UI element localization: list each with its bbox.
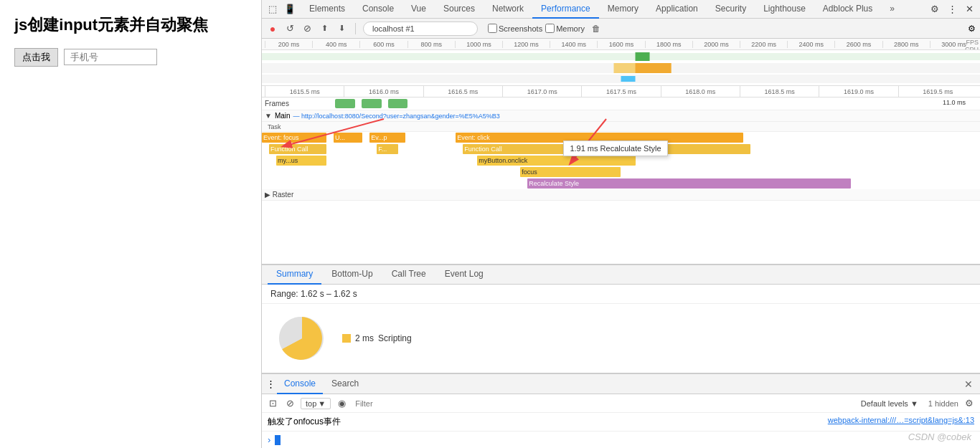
frames-row: Frames 11.0 ms: [262, 97, 980, 110]
download-icon[interactable]: ⬇: [335, 22, 348, 35]
detail-tick-2: 1616.5 ms: [423, 86, 502, 97]
inspect-icon[interactable]: ⬚: [265, 1, 281, 17]
frames-label: Frames: [265, 100, 322, 108]
tab-more[interactable]: »: [881, 0, 903, 19]
mybtn-onclick-block[interactable]: myButton.onclick: [477, 156, 635, 166]
detail-tick-0: 1615.5 ms: [265, 86, 344, 97]
ruler-tick-2800: 2800 ms: [882, 41, 930, 48]
device-icon[interactable]: 📱: [282, 1, 298, 17]
ruler-tick-800: 800 ms: [407, 41, 455, 48]
console-cursor[interactable]: [275, 435, 281, 445]
func-call-1-block[interactable]: Function Call: [269, 144, 326, 154]
timeline-ruler: 200 ms 400 ms 600 ms 800 ms 1000 ms 1200…: [262, 39, 980, 50]
console-prompt: ›: [262, 432, 980, 448]
more-icon[interactable]: ⋮: [944, 1, 960, 17]
ruler-tick-2000: 2000 ms: [692, 41, 740, 48]
console-eye-icon[interactable]: ◉: [335, 397, 348, 410]
myus-block[interactable]: my...us: [276, 156, 326, 166]
hidden-count: 1 hidden: [928, 399, 958, 408]
net-bar: [262, 75, 980, 83]
cpu-bar: [262, 63, 980, 73]
refresh-record-icon[interactable]: ↺: [283, 22, 296, 35]
screenshots-checkbox-group: Screenshots Memory: [488, 24, 585, 33]
legend-dot-scripting: [342, 334, 351, 343]
main-label: Main: [275, 112, 291, 120]
console-tabbar: ⋮ Console Search ✕: [262, 374, 980, 394]
tab-memory[interactable]: Memory: [599, 0, 647, 19]
svg-rect-1: [636, 52, 650, 61]
watermark: CSDN @cobek: [908, 432, 971, 442]
console-log-source[interactable]: webpack-internal:///…=script&lang=js&:13: [828, 416, 974, 424]
click-me-button[interactable]: 点击我: [14, 48, 58, 67]
tab-summary[interactable]: Summary: [268, 264, 321, 285]
tab-application[interactable]: Application: [647, 0, 707, 19]
ruler-tick-1600: 1600 ms: [597, 41, 644, 48]
tab-vue[interactable]: Vue: [402, 0, 435, 19]
ruler-tick-2400: 2400 ms: [787, 41, 834, 48]
stop-icon[interactable]: ⊘: [301, 22, 314, 35]
ruler-tick-200: 200 ms: [265, 41, 312, 48]
tab-console[interactable]: Console: [354, 0, 402, 19]
screenshots-checkbox[interactable]: [488, 24, 497, 33]
console-close-btn[interactable]: ✕: [961, 377, 976, 391]
event-evp-block[interactable]: Ev...p: [369, 133, 405, 143]
frame-ms-badge: 11.0 ms: [943, 99, 966, 106]
tab-security[interactable]: Security: [707, 0, 755, 19]
timeline-detail-row: 1615.5 ms 1616.0 ms 1616.5 ms 1617.0 ms …: [262, 86, 980, 97]
console-section: ⋮ Console Search ✕ ⊡ ⊘ top ▼ ◉ Default l…: [262, 373, 980, 448]
main-thread-row: ▼ Main — http://localhost:8080/Second?us…: [262, 110, 980, 122]
console-block-icon[interactable]: ⊘: [283, 397, 296, 410]
svg-rect-4: [636, 63, 672, 73]
event-u-block[interactable]: U...: [334, 133, 362, 143]
pie-label: Scripting: [378, 333, 412, 343]
btn-row: 点击我: [14, 48, 247, 67]
toolbar-settings-icon[interactable]: ⚙: [968, 24, 976, 34]
tab-sources[interactable]: Sources: [435, 0, 484, 19]
detail-tick-3: 1617.0 ms: [502, 86, 581, 97]
raster-label[interactable]: ▶ Raster: [265, 191, 293, 199]
record-icon[interactable]: ●: [266, 22, 279, 35]
clear-icon[interactable]: 🗑: [592, 24, 600, 34]
console-toolbar: ⊡ ⊘ top ▼ ◉ Default levels ▼ 1 hidden ⚙: [262, 394, 980, 413]
console-clear-icon[interactable]: ⊡: [266, 397, 279, 410]
ruler-tick-2600: 2600 ms: [834, 41, 882, 48]
devtools-tabbar: ⬚ 📱 Elements Console Vue Sources Network…: [262, 0, 980, 19]
console-filter-input[interactable]: [352, 398, 857, 409]
phone-input[interactable]: [64, 49, 157, 65]
event-focus-block[interactable]: Event: focus: [262, 133, 326, 143]
detail-tick-4: 1617.5 ms: [581, 86, 660, 97]
tab-eventlog[interactable]: Event Log: [436, 264, 492, 285]
raster-row: ▶ Raster: [262, 189, 980, 201]
memory-label[interactable]: Memory: [545, 24, 585, 33]
upload-icon[interactable]: ⬆: [318, 22, 331, 35]
tab-calltree[interactable]: Call Tree: [383, 264, 435, 285]
tab-elements[interactable]: Elements: [301, 0, 354, 19]
console-levels[interactable]: Default levels ▼: [861, 399, 918, 408]
frame-bar-2: [362, 99, 382, 108]
func-f-block[interactable]: F...: [377, 144, 398, 154]
fps-label: FPSCPUNET: [965, 39, 980, 50]
tab-console-bottom[interactable]: Console: [277, 374, 323, 394]
settings-icon[interactable]: ⚙: [927, 1, 943, 17]
recalculate-style-block[interactable]: Recalculate Style: [527, 178, 850, 189]
expand-btn[interactable]: ▼: [265, 112, 272, 120]
tab-search-bottom[interactable]: Search: [324, 374, 366, 394]
tab-adblock[interactable]: Adblock Plus: [814, 0, 881, 19]
tab-lighthouse[interactable]: Lighthouse: [755, 0, 814, 19]
svg-rect-0: [262, 53, 980, 60]
task-row-label: Task: [262, 122, 980, 132]
flame-row-3: my...us myButton.onclick: [262, 155, 980, 166]
focus-block[interactable]: focus: [520, 167, 621, 177]
flame-row-5: Recalculate Style: [262, 178, 980, 189]
ruler-tick-2200: 2200 ms: [740, 41, 787, 48]
console-menu-icon[interactable]: ⋮: [266, 378, 275, 389]
screenshots-label[interactable]: Screenshots: [488, 24, 542, 33]
devtools-right-icons: ⚙ ⋮ ✕: [927, 1, 977, 17]
close-icon[interactable]: ✕: [961, 1, 977, 17]
top-context-selector[interactable]: top ▼: [301, 398, 331, 409]
memory-checkbox[interactable]: [545, 24, 555, 33]
tab-bottomup[interactable]: Bottom-Up: [323, 264, 381, 285]
tab-network[interactable]: Network: [484, 0, 532, 19]
tab-performance[interactable]: Performance: [532, 0, 599, 19]
console-settings-icon[interactable]: ⚙: [963, 397, 976, 410]
